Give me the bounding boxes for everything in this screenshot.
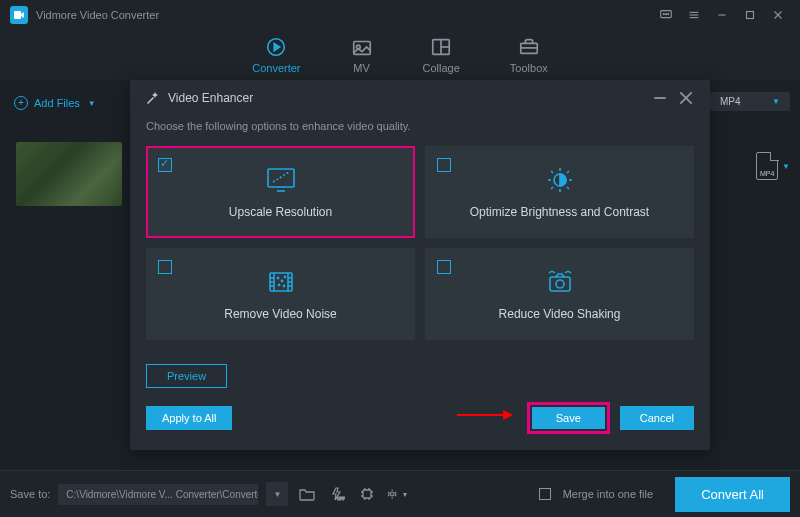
svg-point-46 <box>283 285 284 286</box>
add-files-label: Add Files <box>34 97 80 109</box>
plus-icon: + <box>14 96 28 110</box>
svg-point-44 <box>281 280 282 281</box>
svg-line-33 <box>567 171 569 173</box>
minimize-icon[interactable] <box>710 3 734 27</box>
svg-line-30 <box>551 171 553 173</box>
dialog-minimize-icon[interactable] <box>650 88 670 108</box>
output-format-dropdown[interactable]: MP4 ▼ <box>710 92 790 111</box>
monitor-icon <box>264 165 298 195</box>
svg-rect-9 <box>747 12 754 19</box>
tab-toolbox[interactable]: Toolbox <box>510 36 548 74</box>
chevron-down-icon: ▼ <box>88 99 96 108</box>
svg-point-43 <box>277 277 278 278</box>
converter-icon <box>265 36 287 58</box>
svg-line-31 <box>567 187 569 189</box>
output-file-icon[interactable]: MP4 ▼ <box>756 152 790 180</box>
titlebar: Vidmore Video Converter <box>0 0 800 30</box>
mv-icon <box>351 36 373 58</box>
option-remove-noise[interactable]: Remove Video Noise <box>146 248 415 340</box>
gear-icon[interactable]: ▼ <box>386 483 408 505</box>
checkbox-brightness[interactable] <box>437 158 451 172</box>
app-logo <box>10 6 28 24</box>
option-shaking-label: Reduce Video Shaking <box>499 307 621 321</box>
wand-icon <box>144 90 160 106</box>
film-icon <box>264 267 298 297</box>
option-reduce-shaking[interactable]: Reduce Video Shaking <box>425 248 694 340</box>
save-to-dropdown[interactable]: ▼ <box>266 482 288 506</box>
svg-point-47 <box>284 276 285 277</box>
message-icon[interactable] <box>654 3 678 27</box>
tab-mv-label: MV <box>353 62 370 74</box>
svg-text:OFF: OFF <box>337 496 345 501</box>
folder-icon[interactable] <box>296 483 318 505</box>
tab-converter-label: Converter <box>252 62 300 74</box>
cpu-icon[interactable] <box>356 483 378 505</box>
menu-icon[interactable] <box>682 3 706 27</box>
save-button[interactable]: Save <box>532 407 605 429</box>
svg-rect-23 <box>268 169 294 187</box>
app-title: Vidmore Video Converter <box>36 9 159 21</box>
svg-point-3 <box>666 14 667 15</box>
tab-mv[interactable]: MV <box>351 36 373 74</box>
dialog-description: Choose the following options to enhance … <box>146 120 694 132</box>
option-brightness-label: Optimize Brightness and Contrast <box>470 205 649 219</box>
option-upscale-resolution[interactable]: Upscale Resolution <box>146 146 415 238</box>
checkbox-shaking[interactable] <box>437 260 451 274</box>
collage-icon <box>430 36 452 58</box>
checkbox-noise[interactable] <box>158 260 172 274</box>
svg-point-49 <box>556 280 564 288</box>
chevron-down-icon: ▼ <box>782 162 790 171</box>
tab-collage[interactable]: Collage <box>423 36 460 74</box>
svg-line-32 <box>551 187 553 189</box>
output-format-label: MP4 <box>720 96 741 107</box>
checkbox-upscale[interactable] <box>158 158 172 172</box>
option-brightness-contrast[interactable]: Optimize Brightness and Contrast <box>425 146 694 238</box>
brightness-icon <box>543 165 577 195</box>
preview-button[interactable]: Preview <box>146 364 227 388</box>
add-files-button[interactable]: + Add Files ▼ <box>8 92 102 114</box>
svg-point-62 <box>391 492 395 496</box>
chevron-down-icon: ▼ <box>772 97 780 106</box>
tab-converter[interactable]: Converter <box>252 36 300 74</box>
save-to-path[interactable]: C:\Vidmore\Vidmore V... Converter\Conver… <box>58 484 258 505</box>
svg-point-2 <box>663 14 664 15</box>
file-icon: MP4 <box>756 152 778 180</box>
close-icon[interactable] <box>766 3 790 27</box>
merge-label: Merge into one file <box>563 488 654 500</box>
merge-checkbox[interactable] <box>539 488 551 500</box>
convert-all-button[interactable]: Convert All <box>675 477 790 512</box>
option-upscale-label: Upscale Resolution <box>229 205 332 219</box>
save-to-label: Save to: <box>10 488 50 500</box>
bottom-bar: Save to: C:\Vidmore\Vidmore V... Convert… <box>0 470 800 517</box>
svg-rect-48 <box>550 277 570 291</box>
save-highlight: Save <box>527 402 610 434</box>
apply-to-all-button[interactable]: Apply to All <box>146 406 232 430</box>
svg-point-4 <box>668 14 669 15</box>
maximize-icon[interactable] <box>738 3 762 27</box>
tab-collage-label: Collage <box>423 62 460 74</box>
video-thumbnail[interactable] <box>16 142 122 206</box>
dialog-title: Video Enhancer <box>168 91 253 105</box>
svg-point-45 <box>278 284 279 285</box>
svg-rect-53 <box>363 490 371 498</box>
main-tabs: Converter MV Collage Toolbox <box>0 30 800 80</box>
cancel-button[interactable]: Cancel <box>620 406 694 430</box>
tab-toolbox-label: Toolbox <box>510 62 548 74</box>
dialog-header: Video Enhancer <box>130 80 710 116</box>
dialog-close-icon[interactable] <box>676 88 696 108</box>
svg-rect-0 <box>14 11 21 19</box>
option-noise-label: Remove Video Noise <box>224 307 337 321</box>
options-grid: Upscale Resolution Optimize Brightness a… <box>146 146 694 340</box>
hardware-accel-icon[interactable]: OFF <box>326 483 348 505</box>
video-enhancer-dialog: Video Enhancer Choose the following opti… <box>130 80 710 450</box>
toolbox-icon <box>518 36 540 58</box>
camera-icon <box>543 267 577 297</box>
